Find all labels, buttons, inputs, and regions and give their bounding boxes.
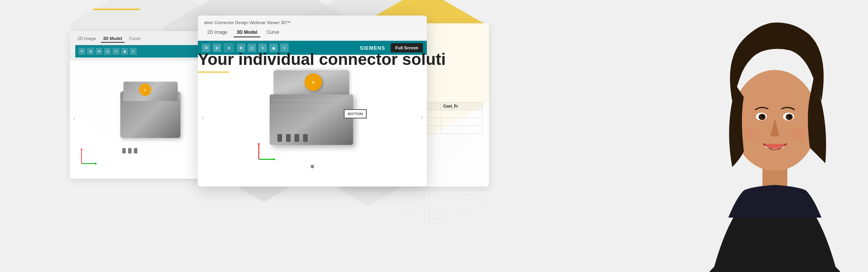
svg-rect-19: [682, 0, 868, 272]
connector-line-1: [273, 100, 350, 101]
tab-3d-model[interactable]: 3D Model: [234, 28, 260, 37]
tool-icon-6[interactable]: ◉: [121, 48, 128, 55]
connector-line-2: [273, 104, 350, 105]
model-container: ≡ BOTTOM: [246, 63, 378, 171]
table-cell: [441, 110, 482, 118]
main-card-tabs: 2D Image 3D Model Curve: [204, 28, 421, 37]
siemens-logo: SIEMENS: [360, 45, 385, 51]
bg-left-tab-3d[interactable]: 3D Model: [101, 35, 125, 43]
tool-icon-3[interactable]: ✥: [95, 48, 102, 55]
pin-main-4: [303, 134, 308, 142]
toolbar-icon-copy[interactable]: ⧉: [202, 44, 210, 52]
tool-icon-4[interactable]: ⊡: [104, 48, 111, 55]
toolbar-icon-rotate[interactable]: ↻: [258, 44, 267, 52]
pin-main-2: [286, 134, 291, 142]
svg-marker-7: [258, 143, 260, 145]
main-nav-arrow-right[interactable]: ›: [421, 113, 423, 121]
top-accent-line: [93, 9, 140, 10]
toolbar-icon-camera[interactable]: ◉: [269, 44, 278, 52]
table-header-cost: Cost_Fr: [441, 103, 482, 110]
bg-left-nav-arrow[interactable]: ‹: [73, 115, 75, 122]
main-nav-arrow-left[interactable]: ‹: [202, 113, 204, 121]
toolbar-icon-fit[interactable]: ⊡: [248, 44, 256, 52]
main-card-body: ‹ › ≡ BOTTOM: [198, 55, 427, 179]
bg-left-model: ≡: [116, 80, 186, 157]
axis-left-card: [78, 148, 97, 169]
main-card: ative Connector Design Webinar Viewer 3D…: [198, 16, 427, 187]
connector-logo-bg: ≡: [139, 84, 151, 96]
connector-pins-bg: [122, 148, 137, 153]
toolbar-icon-layers[interactable]: ≡: [280, 44, 289, 52]
table-cell: [441, 118, 482, 126]
connector-pins-main: [277, 134, 308, 142]
person-photo: [682, 0, 868, 272]
tool-icon-5[interactable]: ↺: [113, 48, 120, 55]
toolbar-icon-grid[interactable]: ⊞: [213, 44, 221, 52]
main-card-toolbar: ⧉ ⊞ ▦ ✥ ⊡ ↻ ◉ ≡ SIEMENS Full Screen: [198, 41, 427, 55]
coordinate-axes-main: [254, 143, 275, 166]
full-screen-button[interactable]: Full Screen: [391, 43, 423, 52]
tool-icon-7[interactable]: ≡: [130, 48, 137, 55]
dot-indicator-main: [311, 165, 314, 168]
main-card-title: ative Connector Design Webinar Viewer 3D…: [204, 20, 421, 25]
toolbar-icon-pan[interactable]: ✥: [237, 44, 245, 52]
bg-left-tab-curve[interactable]: Curve: [127, 35, 143, 43]
pin-2: [128, 148, 132, 153]
tool-icon-2[interactable]: ⊞: [87, 48, 94, 55]
svg-marker-3: [80, 148, 83, 150]
main-card-header: ative Connector Design Webinar Viewer 3D…: [198, 16, 427, 41]
bg-left-tab-2d[interactable]: 2D Image: [75, 35, 99, 43]
pin-main-1: [277, 134, 282, 142]
table-cell: [441, 126, 482, 134]
svg-marker-2: [95, 162, 97, 165]
pin-main-3: [295, 134, 299, 142]
connector-logo-main: ≡: [305, 73, 322, 91]
connector-body-main: [270, 94, 353, 145]
toolbar-icon-view[interactable]: ▦: [223, 43, 234, 52]
pin-3: [134, 148, 137, 153]
tab-2d-image[interactable]: 2D Image: [204, 28, 230, 37]
tool-icon-1[interactable]: ⧉: [78, 48, 85, 55]
bottom-label: BOTTOM: [344, 109, 367, 119]
pin-1: [122, 148, 126, 153]
tab-curve[interactable]: Curve: [263, 28, 282, 37]
svg-marker-6: [274, 158, 275, 160]
